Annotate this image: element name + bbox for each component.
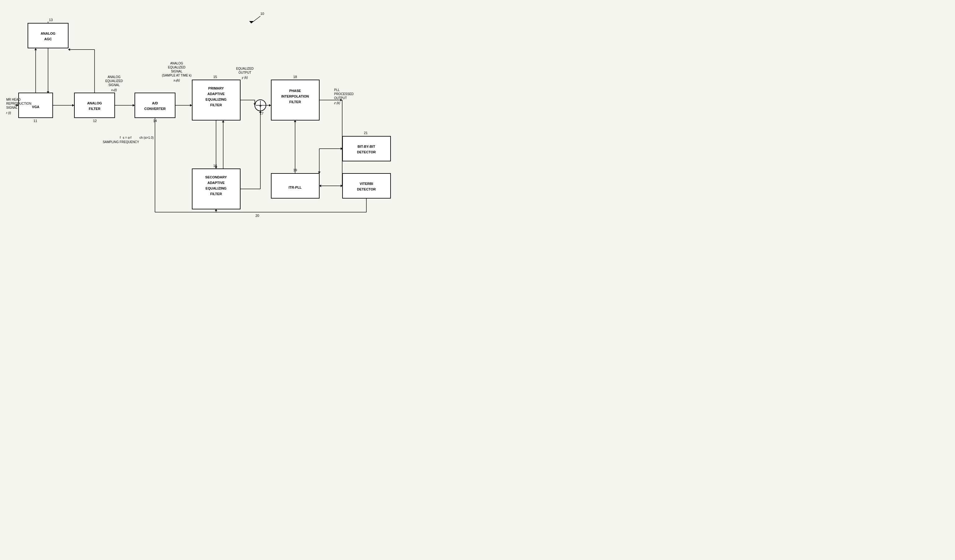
phase-interp-label2: INTERPOLATION [281, 94, 309, 98]
zk-var: z (k) [334, 101, 340, 105]
analog-filter-block [74, 93, 115, 118]
ref-num-12: 12 [93, 119, 97, 123]
analog-eq-sample-label2: EQUALIZED [168, 66, 186, 69]
bit-detector-label2: DETECTOR [357, 150, 376, 154]
vga-label: VGA [32, 105, 39, 109]
analog-agc-label2: AGC [44, 37, 52, 41]
primary-eq-label1: PRIMARY [208, 86, 224, 90]
viterbi-label2: DETECTOR [357, 187, 376, 191]
pll-output-label1: PLL [334, 88, 340, 92]
secondary-eq-label4: FILTER [210, 192, 222, 196]
bit-detector-block [343, 136, 391, 161]
phase-interp-label3: FILTER [289, 100, 301, 104]
analog-eq-label1: ANALOG [108, 75, 121, 79]
ref-num-10: 10 [260, 12, 264, 16]
ref-num-13: 13 [49, 18, 53, 22]
viterbi-label1: VITERBI [360, 182, 373, 186]
diagram-container: 10 ANALOG AGC 13 VGA 11 ANALOG FILTER 12… [0, 0, 478, 280]
ref-num-18: 18 [293, 75, 297, 79]
secondary-eq-label3: EQUALIZING [205, 186, 227, 190]
analog-filter-label2: FILTER [89, 107, 100, 111]
svg-rect-0 [0, 0, 478, 280]
input-signal-label1: MR HEAD [6, 98, 20, 101]
sampling-freq-label3: ch (α>1.0) [139, 136, 154, 139]
primary-eq-label3: EQUALIZING [205, 98, 227, 101]
ad-converter-label: A/D [152, 101, 158, 105]
sampling-freq-label4: SAMPLING FREQUENCY [103, 140, 139, 144]
secondary-eq-label2: ADAPTIVE [207, 181, 225, 185]
eq-output-label2: OUTPUT [238, 71, 251, 74]
ad-converter-block [135, 93, 175, 118]
analog-agc-label: ANALOG [41, 31, 55, 35]
yk-var: y (k) [241, 76, 248, 79]
phase-interp-label1: PHASE [289, 89, 301, 93]
pll-output-label2: PROCESSED [334, 92, 354, 96]
ref-num-21: 21 [364, 131, 368, 135]
primary-eq-label4: FILTER [210, 103, 222, 107]
analog-eq-label3: SIGNAL [108, 83, 120, 87]
x0k-var: x₀(k) [173, 79, 180, 82]
ref-num-15: 15 [213, 75, 217, 79]
bit-detector-label1: BIT-BY-BIT [358, 145, 375, 148]
ref-num-20: 20 [255, 214, 259, 217]
analog-agc-block [28, 23, 68, 48]
eq-output-label1: EQUALIZED [236, 67, 254, 70]
input-signal-var: r (t) [6, 111, 11, 115]
analog-eq-label2: EQUALIZED [105, 79, 123, 83]
primary-eq-label2: ADAPTIVE [207, 92, 225, 96]
secondary-eq-label1: SECONDARY [205, 175, 227, 179]
itr-pll-label: ITR-PLL [288, 186, 302, 189]
analog-eq-sample-label1: ANALOG [170, 62, 183, 65]
input-signal-label2: REPRODUCTION [6, 102, 31, 105]
x0t-var: x₀(t) [111, 88, 117, 92]
analog-eq-sample-label4: (SAMPLE AT TIME k) [162, 74, 191, 77]
viterbi-block [343, 173, 391, 198]
analog-eq-sample-label3: SIGNAL [171, 70, 183, 73]
input-signal-label3: SIGNAL [6, 106, 18, 109]
sampling-freq-label2: s = α·f [123, 136, 132, 139]
plus-symbol: + [259, 103, 261, 108]
ad-converter-label2: CONVERTER [144, 107, 166, 111]
sampling-freq-label1: f [120, 136, 121, 139]
analog-filter-label: ANALOG [87, 101, 102, 105]
ref-num-11: 11 [33, 119, 37, 123]
